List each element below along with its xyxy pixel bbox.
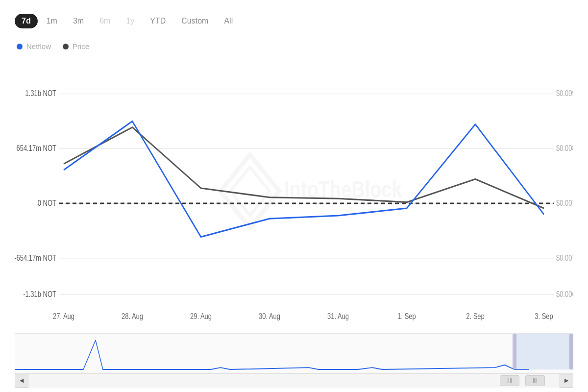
svg-text:-654.17m NOT: -654.17m NOT <box>15 254 56 263</box>
time-btn-7d[interactable]: 7d <box>15 14 38 28</box>
time-btn-1y: 1y <box>119 14 141 28</box>
time-btn-ytd[interactable]: YTD <box>143 14 172 28</box>
nav-grip-left[interactable]: ‖‖ <box>500 375 519 386</box>
svg-text:2. Sep: 2. Sep <box>466 312 485 321</box>
time-btn-1m[interactable]: 1m <box>40 14 64 28</box>
svg-text:-1.31b NOT: -1.31b NOT <box>23 290 56 299</box>
svg-text:654.17m NOT: 654.17m NOT <box>16 144 56 153</box>
svg-text:1.31b NOT: 1.31b NOT <box>25 89 56 98</box>
main-chart: 1.31b NOT 654.17m NOT 0 NOT -654.17m NOT… <box>15 57 573 331</box>
svg-text:$0.007200: $0.007200 <box>556 254 573 263</box>
svg-text:30. Aug: 30. Aug <box>259 312 280 321</box>
svg-rect-30 <box>569 334 573 369</box>
svg-text:0 NOT: 0 NOT <box>38 199 56 208</box>
time-btn-custom[interactable]: Custom <box>174 14 215 28</box>
netflow-label: Netflow <box>26 42 51 50</box>
netflow-dot <box>17 44 23 49</box>
svg-text:31. Aug: 31. Aug <box>327 312 349 321</box>
svg-text:$0.007800: $0.007800 <box>556 199 573 208</box>
svg-text:$0.008400: $0.008400 <box>556 144 573 153</box>
svg-text:1. Sep: 1. Sep <box>397 312 416 321</box>
svg-text:$0.006600: $0.006600 <box>556 290 573 299</box>
main-chart-svg: 1.31b NOT 654.17m NOT 0 NOT -654.17m NOT… <box>15 57 573 331</box>
navigator: May '24 Jul '24 ◀ ‖‖ ‖‖ ▶ <box>15 333 573 387</box>
nav-scroll-right-btn[interactable]: ▶ <box>560 374 573 388</box>
legend-price: Price <box>63 42 89 50</box>
svg-text:3. Sep: 3. Sep <box>535 312 553 321</box>
nav-controls: ◀ ‖‖ ‖‖ ▶ <box>15 373 573 387</box>
price-label: Price <box>73 42 89 50</box>
nav-scroll-left-btn[interactable]: ◀ <box>15 374 28 388</box>
svg-text:29. Aug: 29. Aug <box>190 312 212 321</box>
svg-rect-28 <box>514 334 573 369</box>
legend-netflow: Netflow <box>17 42 51 50</box>
time-btn-all[interactable]: All <box>217 14 240 28</box>
time-btn-3m[interactable]: 3m <box>66 14 91 28</box>
chart-wrapper: 1.31b NOT 654.17m NOT 0 NOT -654.17m NOT… <box>15 57 573 387</box>
svg-text:$0.009000: $0.009000 <box>556 89 573 98</box>
svg-text:27. Aug: 27. Aug <box>53 312 74 321</box>
main-container: 7d1m3m6m1yYTDCustomAll Netflow Price <box>0 0 588 392</box>
time-btn-6m: 6m <box>93 14 117 28</box>
nav-grip-right[interactable]: ‖‖ <box>525 375 545 386</box>
time-range-bar: 7d1m3m6m1yYTDCustomAll <box>15 10 573 32</box>
svg-rect-29 <box>513 334 516 369</box>
legend: Netflow Price <box>15 42 573 50</box>
svg-text:28. Aug: 28. Aug <box>122 312 143 321</box>
price-dot <box>63 44 69 49</box>
